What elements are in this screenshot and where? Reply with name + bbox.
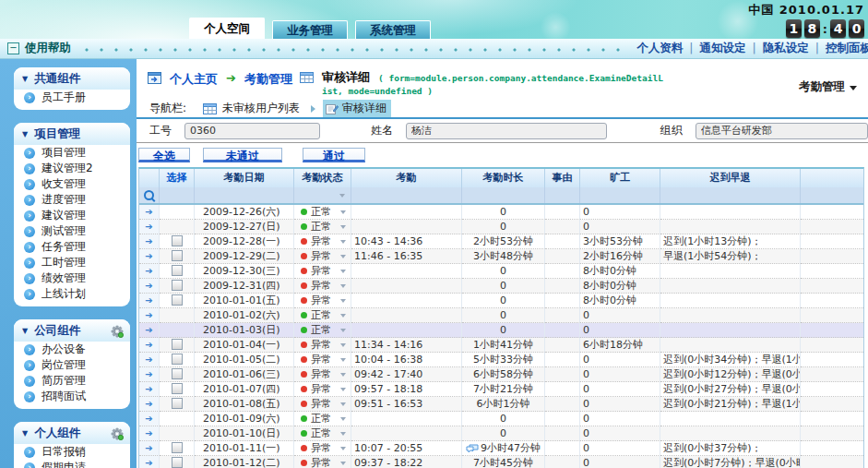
row-arrow-icon[interactable]: ➔ bbox=[139, 220, 160, 234]
sidebar-item-1-5[interactable]: ›测试管理 bbox=[14, 223, 130, 239]
form-input-0[interactable] bbox=[184, 123, 320, 139]
row-arrow-icon[interactable]: ➔ bbox=[139, 323, 160, 338]
sidebar-item-1-0[interactable]: ›项目管理 bbox=[14, 145, 130, 161]
status-dropdown-icon[interactable] bbox=[340, 255, 346, 258]
row-checkbox[interactable] bbox=[172, 368, 183, 379]
sidebar-panel-header-2[interactable]: ▼公司组件 bbox=[14, 319, 130, 342]
sidebar-item-1-4[interactable]: ›建议管理 bbox=[14, 208, 130, 223]
row-checkbox[interactable] bbox=[172, 457, 183, 468]
filter-dropdown-icon[interactable] bbox=[339, 194, 345, 198]
row-arrow-icon[interactable]: ➔ bbox=[139, 353, 160, 367]
filter-cell-5[interactable] bbox=[545, 187, 580, 203]
sidebar-item-2-1[interactable]: ›岗位管理 bbox=[14, 357, 130, 373]
status-dropdown-icon[interactable] bbox=[340, 447, 346, 450]
breadcrumb-home-link[interactable]: 个人主页 bbox=[170, 71, 218, 88]
row-checkbox[interactable] bbox=[172, 250, 183, 261]
row-arrow-icon[interactable]: ➔ bbox=[139, 279, 160, 294]
row-checkbox[interactable] bbox=[172, 339, 183, 350]
status-dropdown-icon[interactable] bbox=[340, 329, 346, 332]
row-arrow-icon[interactable]: ➔ bbox=[139, 367, 160, 382]
tab-1[interactable]: 业务管理 bbox=[272, 20, 348, 39]
status-dropdown-icon[interactable] bbox=[340, 314, 346, 318]
gear-icon[interactable] bbox=[111, 325, 124, 338]
row-checkbox[interactable] bbox=[172, 280, 183, 291]
status-dropdown-icon[interactable] bbox=[340, 284, 346, 288]
module-dropdown[interactable]: 考勤管理 bbox=[799, 79, 857, 95]
row-arrow-icon[interactable]: ➔ bbox=[139, 294, 160, 308]
row-arrow-icon[interactable]: ➔ bbox=[139, 264, 160, 279]
button-2[interactable]: 通过 bbox=[303, 148, 365, 162]
status-dropdown-icon[interactable] bbox=[340, 299, 346, 303]
tab-2[interactable]: 系统管理 bbox=[355, 20, 431, 39]
filter-cell-1[interactable] bbox=[195, 187, 294, 203]
sidebar-item-1-3[interactable]: ›进度管理 bbox=[14, 192, 130, 208]
row-checkbox[interactable] bbox=[172, 354, 183, 365]
row-arrow-icon[interactable]: ➔ bbox=[139, 426, 160, 441]
form-input-2[interactable] bbox=[696, 123, 868, 139]
row-arrow-icon[interactable]: ➔ bbox=[139, 234, 160, 249]
filter-cell-8[interactable] bbox=[801, 187, 863, 203]
sidebar-item-1-1[interactable]: ›建议管理2 bbox=[14, 161, 130, 176]
tab-0[interactable]: 个人空间 bbox=[189, 18, 265, 39]
form-input-1[interactable] bbox=[406, 123, 607, 139]
nav-item-user-list[interactable]: 未审核用户列表 bbox=[222, 101, 300, 116]
sidebar-item-2-2[interactable]: ›简历管理 bbox=[14, 373, 130, 389]
row-arrow-icon[interactable]: ➔ bbox=[139, 397, 160, 412]
filter-cell-2[interactable] bbox=[294, 187, 351, 203]
row-checkbox[interactable] bbox=[172, 442, 183, 453]
breadcrumb-section-link[interactable]: 考勤管理 bbox=[244, 71, 292, 88]
top-link-1[interactable]: 通知设定 bbox=[700, 41, 746, 54]
sidebar-item-1-9[interactable]: ›上线计划 bbox=[14, 286, 130, 302]
sidebar-item-2-3[interactable]: ›招聘面试 bbox=[14, 389, 130, 404]
sidebar-item-1-7[interactable]: ›工时管理 bbox=[14, 255, 130, 270]
nav-item-detail-active[interactable]: 审核详细 bbox=[323, 100, 391, 117]
top-link-0[interactable]: 个人资料 bbox=[636, 41, 683, 54]
sidebar-item-3-0[interactable]: ›日常报销 bbox=[14, 444, 130, 460]
row-arrow-icon[interactable]: ➔ bbox=[139, 338, 160, 353]
row-arrow-icon[interactable]: ➔ bbox=[139, 412, 160, 426]
status-dropdown-icon[interactable] bbox=[340, 432, 346, 436]
row-arrow-icon[interactable]: ➔ bbox=[139, 249, 160, 264]
button-0[interactable]: 全选 bbox=[138, 148, 190, 162]
sidebar-panel-header-0[interactable]: ▼共通组件 bbox=[14, 67, 130, 90]
status-dropdown-icon[interactable] bbox=[340, 270, 346, 273]
sidebar-item-1-6[interactable]: ›任务管理 bbox=[14, 239, 130, 255]
row-arrow-icon[interactable]: ➔ bbox=[139, 456, 160, 468]
row-arrow-icon[interactable]: ➔ bbox=[139, 441, 160, 456]
row-checkbox[interactable] bbox=[172, 398, 183, 409]
row-checkbox[interactable] bbox=[172, 265, 183, 276]
status-dropdown-icon[interactable] bbox=[340, 343, 346, 347]
status-dropdown-icon[interactable] bbox=[340, 417, 346, 421]
filter-cell-search[interactable] bbox=[139, 187, 160, 203]
status-dropdown-icon[interactable] bbox=[340, 240, 346, 244]
row-checkbox[interactable] bbox=[172, 235, 183, 246]
row-arrow-icon[interactable]: ➔ bbox=[139, 308, 160, 323]
row-arrow-icon[interactable]: ➔ bbox=[139, 205, 160, 220]
row-checkbox[interactable] bbox=[172, 383, 183, 394]
status-dropdown-icon[interactable] bbox=[340, 225, 346, 229]
status-dropdown-icon[interactable] bbox=[340, 373, 346, 377]
sidebar-item-0-0[interactable]: ›员工手册 bbox=[14, 90, 130, 105]
top-link-3[interactable]: 控制面板 bbox=[826, 41, 868, 54]
header-cell-0[interactable]: 选择 bbox=[160, 169, 195, 187]
filter-cell-6[interactable] bbox=[580, 187, 660, 203]
filter-cell-3[interactable] bbox=[351, 187, 462, 203]
filter-cell-4[interactable] bbox=[462, 187, 545, 203]
filter-cell-7[interactable] bbox=[660, 187, 801, 203]
top-link-2[interactable]: 隐私设定 bbox=[763, 41, 809, 54]
row-arrow-icon[interactable]: ➔ bbox=[139, 382, 160, 397]
search-icon[interactable] bbox=[144, 190, 154, 200]
sidebar-item-3-1[interactable]: ›假期申请 bbox=[14, 460, 130, 468]
sidebar-panel-header-1[interactable]: ▼项目管理 bbox=[14, 123, 130, 145]
comment-icon[interactable] bbox=[466, 444, 479, 454]
button-1[interactable]: 未通过 bbox=[203, 148, 282, 162]
collapse-icon[interactable]: − bbox=[7, 42, 19, 54]
status-dropdown-icon[interactable] bbox=[340, 388, 346, 391]
filter-cell-0[interactable] bbox=[160, 187, 195, 203]
sidebar-item-1-8[interactable]: ›绩效管理 bbox=[14, 270, 130, 286]
status-dropdown-icon[interactable] bbox=[340, 358, 346, 362]
sidebar-item-1-2[interactable]: ›收支管理 bbox=[14, 176, 130, 192]
sidebar-item-2-0[interactable]: ›办公设备 bbox=[14, 342, 130, 357]
status-dropdown-icon[interactable] bbox=[340, 462, 346, 465]
status-dropdown-icon[interactable] bbox=[340, 210, 346, 214]
